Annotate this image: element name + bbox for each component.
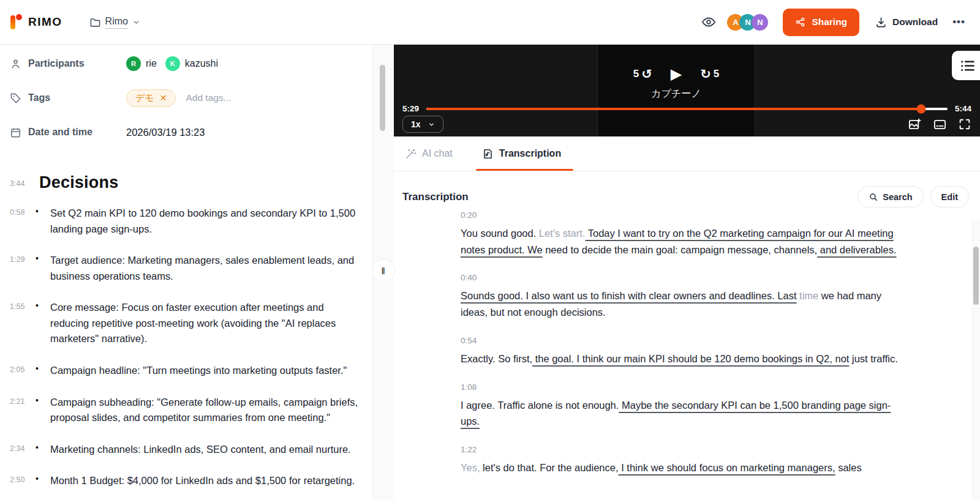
item-text[interactable]: Campaign headline: "Turn meetings into m… bbox=[50, 363, 347, 379]
list-icon bbox=[959, 58, 976, 74]
rimo-logo-icon bbox=[10, 13, 23, 31]
bullet-icon: • bbox=[36, 473, 47, 489]
tab-transcription-label: Transcription bbox=[499, 148, 561, 159]
tag-chip[interactable]: デモ✕ bbox=[126, 89, 176, 107]
remove-tag-icon[interactable]: ✕ bbox=[160, 93, 167, 103]
seek-handle[interactable] bbox=[917, 104, 926, 113]
tags-label: Tags bbox=[28, 92, 50, 103]
entry-timestamp[interactable]: 0:20 bbox=[461, 211, 899, 220]
bullet-icon: • bbox=[36, 253, 47, 284]
avatar[interactable]: N bbox=[752, 14, 768, 31]
search-button[interactable]: Search bbox=[858, 186, 923, 207]
skip-back-label: 5 bbox=[633, 68, 639, 80]
text-segment: I think we should focus on marketing man… bbox=[619, 462, 835, 473]
avatar: K bbox=[165, 56, 180, 71]
item-text[interactable]: Core message: Focus on faster execution … bbox=[50, 300, 363, 347]
item-timestamp[interactable]: 0:58 bbox=[10, 206, 32, 237]
skip-back-5-button[interactable]: 5 ↺ bbox=[633, 67, 652, 81]
item-text[interactable]: Target audience: Marketing managers, sal… bbox=[50, 253, 363, 284]
chapter-list-button[interactable] bbox=[952, 51, 980, 80]
sharing-button[interactable]: Sharing bbox=[783, 9, 859, 36]
entry-timestamp[interactable]: 1:22 bbox=[461, 445, 899, 454]
transcript-entry: 0:40 Sounds good. I also want us to fini… bbox=[461, 273, 899, 320]
entry-text[interactable]: Exactly. So first, the goal. I think our… bbox=[461, 351, 899, 367]
text-segment: Sounds good. I also want us to finish wi… bbox=[461, 290, 797, 301]
text-segment: and deliverables. bbox=[817, 244, 896, 255]
entry-text[interactable]: I agree. Traffic alone is not enough. Ma… bbox=[461, 397, 899, 430]
playback-speed-button[interactable]: 1x bbox=[402, 116, 443, 133]
app-logo[interactable]: RIMO bbox=[10, 13, 62, 31]
chevron-down-icon bbox=[428, 121, 435, 128]
item-timestamp[interactable]: 2:05 bbox=[10, 363, 32, 379]
item-text[interactable]: Set Q2 main KPI to 120 demo bookings and… bbox=[50, 206, 363, 237]
transcript-entry: 0:54 Exactly. So first, the goal. I thin… bbox=[461, 336, 899, 367]
fullscreen-icon[interactable] bbox=[958, 118, 971, 131]
tab-transcription[interactable]: Transcription bbox=[480, 136, 564, 171]
entry-text[interactable]: Yes, let's do that. For the audience, I … bbox=[461, 460, 899, 476]
date-value[interactable]: 2026/03/19 13:23 bbox=[126, 127, 205, 138]
participants-list: RrieKkazushi bbox=[126, 56, 218, 71]
calendar-icon bbox=[10, 127, 21, 138]
download-icon bbox=[875, 17, 887, 28]
skip-forward-5-button[interactable]: ↻ 5 bbox=[700, 67, 719, 81]
text-segment: sales bbox=[835, 462, 862, 473]
download-button[interactable]: Download bbox=[875, 17, 938, 28]
subtitles-icon[interactable] bbox=[933, 118, 947, 132]
participants-label: Participants bbox=[28, 58, 85, 69]
right-tabs: AI chat Transcription bbox=[394, 136, 980, 171]
edit-button[interactable]: Edit bbox=[930, 186, 969, 207]
speed-label: 1x bbox=[411, 119, 421, 129]
viewer-avatars[interactable]: ANN bbox=[727, 14, 768, 31]
panel-resize-handle[interactable]: ‖ bbox=[372, 259, 395, 282]
participant[interactable]: Rrie bbox=[126, 56, 157, 71]
bullet-icon: • bbox=[36, 395, 47, 426]
video-player: 5 ↺ ▶ ↻ 5 カプチーノ 5:29 5:44 bbox=[394, 45, 980, 136]
rewind-icon: ↺ bbox=[641, 67, 652, 81]
item-timestamp[interactable]: 1:29 bbox=[10, 253, 32, 284]
capture-frame-icon[interactable] bbox=[908, 118, 922, 132]
transcription-content: Transcription Search Edit 0:20 You sound… bbox=[394, 171, 980, 500]
tag-icon bbox=[10, 92, 21, 104]
breadcrumb[interactable]: Rimo bbox=[89, 16, 140, 29]
transcript-scrollbar-thumb[interactable] bbox=[973, 247, 979, 305]
item-timestamp[interactable]: 2:34 bbox=[10, 442, 32, 458]
text-segment: Yes, bbox=[461, 462, 480, 473]
chevron-down-icon bbox=[132, 18, 140, 26]
search-label: Search bbox=[883, 192, 912, 202]
heading-timestamp[interactable]: 3:44 bbox=[10, 179, 31, 188]
bullet-icon: • bbox=[36, 442, 47, 458]
participant[interactable]: Kkazushi bbox=[165, 56, 218, 71]
decisions-title: Decisions bbox=[39, 173, 118, 192]
transcription-icon bbox=[482, 148, 494, 160]
entry-timestamp[interactable]: 0:54 bbox=[461, 336, 899, 345]
tab-ai-chat[interactable]: AI chat bbox=[402, 136, 455, 171]
item-text[interactable]: Campaign subheading: "Generate follow-up… bbox=[50, 395, 363, 426]
bullet-icon: • bbox=[36, 363, 47, 379]
entry-text[interactable]: Sounds good. I also want us to finish wi… bbox=[461, 288, 899, 320]
folder-icon bbox=[89, 17, 101, 28]
seek-bar[interactable] bbox=[426, 108, 948, 110]
entry-text[interactable]: You sound good. Let's start. Today I wan… bbox=[461, 225, 899, 258]
viewers-eye-icon[interactable] bbox=[701, 15, 716, 29]
transcript-scrollbar[interactable] bbox=[972, 219, 980, 500]
app-header: RIMO Rimo ANN Sharing Download ••• bbox=[0, 0, 980, 45]
item-timestamp[interactable]: 2:50 bbox=[10, 473, 32, 489]
item-text[interactable]: Month 1 Budget: $4,000 for LinkedIn ads … bbox=[50, 473, 355, 489]
person-icon bbox=[10, 58, 21, 70]
play-button[interactable]: ▶ bbox=[671, 65, 682, 83]
video-caption: カプチーノ bbox=[651, 88, 701, 100]
participant-name: rie bbox=[146, 58, 157, 69]
entry-timestamp[interactable]: 1:08 bbox=[461, 382, 899, 392]
item-timestamp[interactable]: 2:21 bbox=[10, 395, 32, 426]
tab-ai-chat-label: AI chat bbox=[422, 148, 453, 159]
date-row: Date and time 2026/03/19 13:23 bbox=[10, 123, 363, 141]
item-text[interactable]: Marketing channels: LinkedIn ads, SEO co… bbox=[50, 442, 351, 458]
entry-timestamp[interactable]: 0:40 bbox=[461, 273, 899, 282]
item-timestamp[interactable]: 1:55 bbox=[10, 300, 32, 347]
add-tags-input[interactable]: Add tags... bbox=[186, 92, 231, 103]
list-item: 2:21•Campaign subheading: "Generate foll… bbox=[10, 395, 363, 426]
more-menu-button[interactable]: ••• bbox=[952, 16, 965, 28]
left-scrollbar-thumb[interactable] bbox=[380, 65, 385, 131]
text-segment: time bbox=[797, 290, 819, 301]
skip-forward-label: 5 bbox=[714, 68, 719, 80]
